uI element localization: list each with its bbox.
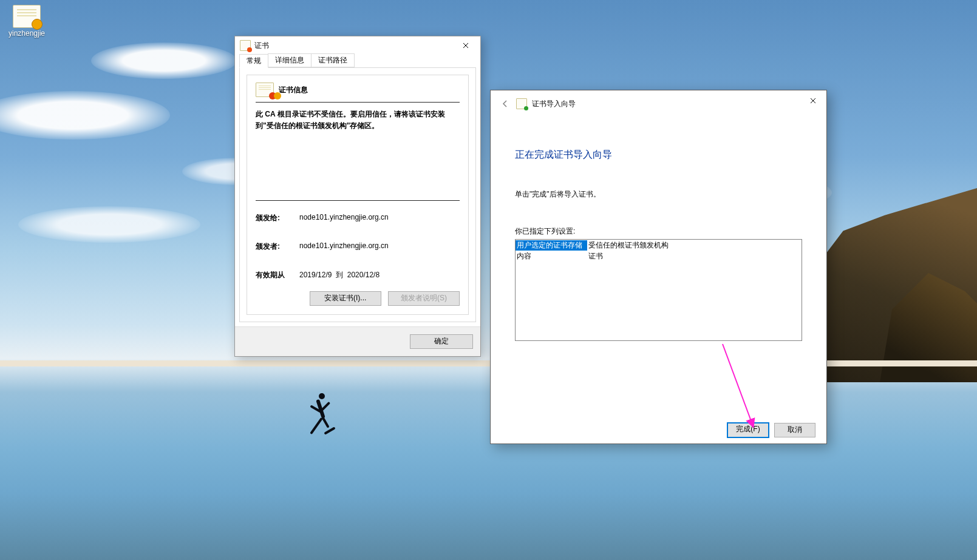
- valid-period-label: 有效期从: [256, 270, 299, 280]
- issued-by-value: node101.yinzhengjie.org.cn: [299, 241, 389, 252]
- wallpaper-runner: [294, 391, 343, 470]
- desktop-icon-certificate[interactable]: yinzhengjie: [4, 1, 50, 38]
- wizard-finish-button[interactable]: 完成(F): [727, 422, 769, 438]
- close-icon: [810, 98, 816, 104]
- wizard-body: 正在完成证书导入向导 单击"完成"后将导入证书。 你已指定下列设置: 用户选定的…: [491, 117, 826, 417]
- valid-period-value: 2019/12/9 到 2020/12/8: [299, 270, 380, 280]
- issued-to-label: 颁发给:: [256, 213, 299, 223]
- import-wizard-dialog: 证书导入向导 正在完成证书导入向导 单击"完成"后将导入证书。 你已指定下列设置…: [490, 90, 827, 444]
- certificate-icon: [240, 40, 251, 51]
- certificate-dialog-close-button[interactable]: [452, 37, 479, 54]
- certificate-tabstrip: 常规 详细信息 证书路径: [239, 55, 476, 68]
- certificate-dialog-titlebar[interactable]: 证书: [235, 36, 480, 55]
- close-icon: [463, 42, 469, 49]
- wallpaper-beach: [0, 360, 977, 366]
- install-certificate-button[interactable]: 安装证书(I)...: [310, 291, 381, 306]
- wizard-icon: [516, 98, 527, 109]
- tab-panel-general: 证书信息 此 CA 根目录证书不受信任。要启用信任，请将该证书安装到"受信任的根…: [239, 68, 476, 322]
- wizard-settings-label: 你已指定下列设置:: [515, 226, 802, 237]
- issuer-statement-button: 颁发者说明(S): [388, 291, 460, 306]
- wizard-description: 单击"完成"后将导入证书。: [515, 189, 802, 200]
- desktop-background: yinzhengjie 证书 常规 详细信息 证书路径 证书信息: [0, 0, 977, 560]
- wizard-cancel-button[interactable]: 取消: [774, 423, 815, 437]
- wizard-footer: 完成(F) 取消: [491, 417, 826, 444]
- certificate-dialog-title: 证书: [254, 41, 452, 51]
- settings-row[interactable]: 用户选定的证书存储 受信任的根证书颁发机构: [516, 240, 802, 251]
- back-arrow-icon: [501, 100, 509, 108]
- certificate-dialog-footer: 确定: [235, 326, 480, 356]
- certificate-badge-icon: [256, 83, 274, 97]
- issued-to-value: node101.yinzhengjie.org.cn: [299, 213, 389, 223]
- certificate-ok-button[interactable]: 确定: [410, 334, 473, 349]
- tab-cert-path[interactable]: 证书路径: [311, 53, 355, 67]
- settings-row-value: 证书: [587, 251, 802, 261]
- wizard-heading: 正在完成证书导入向导: [515, 149, 802, 161]
- tab-general[interactable]: 常规: [239, 54, 268, 68]
- settings-row-key: 用户选定的证书存储: [516, 240, 587, 251]
- issued-by-label: 颁发者:: [256, 241, 299, 252]
- settings-row-value: 受信任的根证书颁发机构: [587, 240, 802, 251]
- certificate-file-icon: [13, 5, 41, 28]
- settings-row-key: 内容: [516, 251, 587, 261]
- wizard-window-title: 证书导入向导: [532, 99, 801, 109]
- wizard-header[interactable]: 证书导入向导: [491, 90, 826, 117]
- wizard-back-button[interactable]: [498, 96, 512, 111]
- certificate-warning-text: 此 CA 根目录证书不受信任。要启用信任，请将该证书安装到"受信任的根证书颁发机…: [256, 109, 460, 197]
- desktop-icon-label: yinzhengjie: [4, 29, 50, 38]
- tab-details[interactable]: 详细信息: [268, 53, 311, 67]
- wizard-close-button[interactable]: [801, 92, 825, 109]
- certificate-dialog: 证书 常规 详细信息 证书路径 证书信息 此 CA 根目录证书不受信任。要启用信…: [234, 36, 481, 357]
- certificate-info-heading: 证书信息: [279, 85, 308, 95]
- certificate-info-frame: 证书信息 此 CA 根目录证书不受信任。要启用信任，请将该证书安装到"受信任的根…: [247, 75, 469, 315]
- settings-row[interactable]: 内容 证书: [516, 251, 802, 261]
- wizard-settings-list[interactable]: 用户选定的证书存储 受信任的根证书颁发机构 内容 证书: [515, 239, 802, 341]
